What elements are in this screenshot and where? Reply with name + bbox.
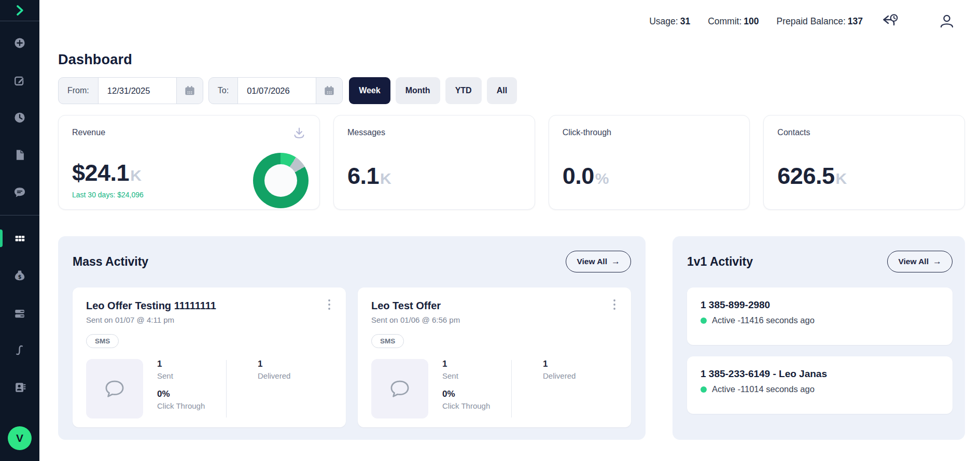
to-date-group: To: [208,77,343,104]
document-icon [12,148,27,162]
view-all-label: View All [898,257,929,266]
clock-icon [12,110,27,125]
stat-label: Revenue [72,128,306,137]
stat-delivered-value: 1 [258,359,290,369]
stats-row: Revenue $24.1K Last 30 days: $24,096 Mes… [58,115,965,210]
kebab-menu-icon[interactable] [609,299,620,310]
active-status-text: Active -11014 seconds ago [712,384,815,394]
sidebar-item-billing[interactable]: $ [0,257,39,294]
filter-row: From: To: [58,77,965,104]
add-circle-icon [12,36,27,50]
stat-card-contacts: Contacts 626.5K [763,115,965,210]
user-avatar[interactable]: V [8,426,32,450]
stat-suffix: K [380,170,391,187]
flow-icon [12,343,27,357]
channel-badge: SMS [86,334,119,348]
one-v-one-view-all-button[interactable]: View All → [887,251,953,272]
address-book-icon [12,380,27,395]
logo[interactable] [0,0,39,21]
from-label: From: [59,78,98,104]
user-icon[interactable] [937,12,956,31]
stat-clickthrough-value: 0% [157,389,226,399]
stat-clickthrough-label: Click Through [442,401,511,410]
active-status-text: Active -11416 seconds ago [712,315,815,325]
prepaid-balance-stat: Prepaid Balance:137 [777,16,863,27]
stat-label: Contacts [777,128,951,137]
stat-value: 0.0 [563,163,594,189]
stat-suffix: K [835,170,847,187]
to-calendar-button[interactable] [316,78,342,104]
stat-delivered-label: Delivered [543,371,576,380]
to-date-input[interactable] [237,78,316,104]
sidebar-item-compose[interactable] [0,62,39,99]
stat-value: 6.1 [347,163,379,189]
mass-activity-title: Mass Activity [73,255,148,269]
speech-bubble-icon [388,377,412,401]
prepaid-value: 137 [848,16,863,26]
calendar-icon [183,84,197,97]
stat-label: Messages [347,128,521,137]
kebab-menu-icon[interactable] [324,299,334,310]
stat-card-revenue: Revenue $24.1K Last 30 days: $24,096 [58,115,320,210]
stat-sent-label: Sent [157,371,226,380]
sidebar-item-contacts[interactable] [0,369,39,406]
sidebar-item-add[interactable] [0,24,39,62]
arrow-right-icon: → [611,256,620,267]
active-status-dot [701,318,707,324]
range-button-week[interactable]: Week [349,77,390,104]
view-all-label: View All [577,257,607,266]
sidebar-item-dashboard[interactable] [0,220,39,257]
page-title: Dashboard [58,52,965,68]
from-date-group: From: [58,77,203,104]
sent-timestamp: Sent on 01/06 @ 6:56 pm [371,315,618,324]
stat-value-row: $24.1K [72,160,142,186]
stat-subtext: Last 30 days: $24,096 [72,191,144,199]
topbar: Usage:31 Commit:100 Prepaid Balance:137 [39,0,980,42]
sidebar-item-cards[interactable] [0,294,39,332]
sidebar-item-flows[interactable] [0,332,39,369]
active-status-dot [701,386,707,393]
commit-stat: Commit:100 [708,16,759,27]
chat-bubble-icon [12,185,27,199]
range-button-ytd[interactable]: YTD [445,77,482,104]
stats-column-right: 1Delivered [227,359,290,419]
mass-activity-card[interactable]: Leo Offer Testing 11111111 Sent on 01/07… [73,287,346,427]
sidebar-item-history[interactable] [0,99,39,136]
range-button-month[interactable]: Month [396,77,440,104]
campaign-title: Leo Offer Testing 11111111 [86,300,332,312]
stats-column-right: 1Delivered [512,359,576,419]
grid-icon [12,231,27,246]
from-calendar-button[interactable] [177,78,203,104]
message-thumbnail [371,359,428,419]
from-date-input[interactable] [98,78,177,104]
stats-column-left: 1Sent 0%Click Through [428,359,511,419]
cards-stack-icon [12,306,27,320]
calendar-icon [323,84,336,97]
history-clock-icon[interactable] [880,12,899,31]
stat-value: $24.1 [72,160,129,186]
revenue-donut-chart [253,153,309,208]
mass-activity-view-all-button[interactable]: View All → [566,251,631,272]
sidebar-item-messages[interactable] [0,174,39,211]
campaign-title: Leo Test Offer [371,300,618,312]
stat-card-messages: Messages 6.1K [333,115,535,210]
stat-delivered-label: Delivered [258,371,290,380]
prepaid-label: Prepaid Balance: [777,16,846,26]
message-thumbnail [86,359,143,419]
stat-label: Click-through [563,128,736,137]
download-icon[interactable] [291,126,307,141]
channel-badge: SMS [371,334,404,348]
sidebar-item-documents[interactable] [0,136,39,174]
stat-card-click-through: Click-through 0.0% [549,115,750,210]
range-button-all[interactable]: All [487,77,517,104]
contact-number: 1 385-233-6149 - Leo Janas [701,368,939,380]
stat-delivered-value: 1 [543,359,576,369]
stat-sent-value: 1 [442,359,511,369]
contact-number: 1 385-899-2980 [701,299,939,311]
one-v-one-item[interactable]: 1 385-233-6149 - Leo Janas Active -11014… [687,356,953,414]
stat-suffix: % [595,170,609,187]
stat-clickthrough-label: Click Through [157,401,226,410]
one-v-one-item[interactable]: 1 385-899-2980 Active -11416 seconds ago [687,287,953,345]
mass-activity-card[interactable]: Leo Test Offer Sent on 01/06 @ 6:56 pm S… [358,287,631,427]
stat-clickthrough-value: 0% [442,389,511,399]
